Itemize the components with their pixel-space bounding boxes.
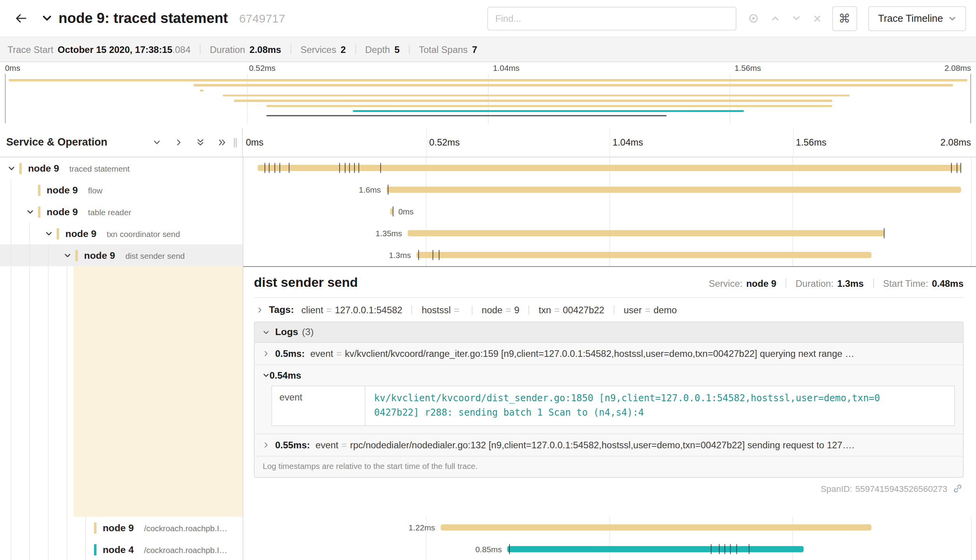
- span-row-node4-batch[interactable]: node 4 /cockroach.roachpb.I… 0.85ms: [0, 539, 976, 560]
- span-bar[interactable]: [386, 186, 961, 193]
- span-timeline-cell[interactable]: 0.85ms: [243, 539, 976, 560]
- span-id-label: SpanID:: [821, 484, 852, 494]
- equals-sign: =: [336, 348, 342, 359]
- span-color-bar: [38, 184, 40, 196]
- clear-icon[interactable]: [813, 14, 821, 23]
- indent-guide: [29, 244, 30, 266]
- chevron-down-icon[interactable]: [791, 14, 801, 23]
- divider: [412, 305, 412, 314]
- log-entry-expanded: 0.54ms event kv/kvclient/kvcoord/dist_se…: [255, 365, 963, 434]
- minimap-tick: 0ms: [5, 63, 20, 73]
- span-bar[interactable]: [257, 165, 961, 171]
- span-bar[interactable]: [507, 546, 804, 552]
- link-icon[interactable]: [953, 484, 962, 493]
- chevron-down-icon[interactable]: [26, 208, 34, 216]
- span-timeline-cell[interactable]: 1.3ms: [243, 244, 976, 266]
- span-bar[interactable]: [408, 230, 884, 236]
- indent-guide: [29, 517, 30, 539]
- column-divider: [243, 157, 243, 560]
- span-name-cell[interactable]: node 4 /cockroach.roachpb.I…: [0, 539, 243, 560]
- tags-label: Tags:: [269, 304, 294, 316]
- span-bar[interactable]: [391, 208, 393, 214]
- span-name-cell[interactable]: node 9 txn coordinator send: [0, 223, 243, 244]
- tags-accordion[interactable]: Tags: client=127.0.0.1:54582 hostssl= no…: [254, 298, 964, 322]
- services-label: Services: [300, 44, 336, 54]
- operation-name: traced statement: [69, 164, 130, 174]
- span-detail-name-column: [0, 266, 243, 517]
- span-row-txn-coordinator-send[interactable]: node 9 txn coordinator send 1.35ms: [0, 223, 976, 244]
- chevron-down-icon[interactable]: [63, 251, 72, 260]
- span-row-traced-statement[interactable]: node 9 traced statement: [0, 157, 976, 179]
- back-button[interactable]: [0, 0, 41, 37]
- span-overview: dist sender send Service: node 9 Duratio…: [254, 275, 964, 298]
- start-time-label: Start Time:: [883, 278, 928, 288]
- span-name-cell[interactable]: node 9 traced statement: [0, 157, 243, 179]
- service-name: node 9: [47, 185, 78, 195]
- keyboard-shortcuts-button[interactable]: ⌘: [832, 6, 857, 31]
- indent-guide: [11, 223, 11, 244]
- span-row-table-reader[interactable]: node 9 table reader 0ms: [0, 201, 976, 223]
- equals-sign: =: [342, 439, 347, 450]
- minimap-tick: 1.04ms: [493, 63, 520, 73]
- span-title: dist sender send: [254, 275, 358, 290]
- span-timeline-cell[interactable]: 0ms: [243, 201, 976, 223]
- chevron-down-icon[interactable]: [41, 12, 53, 24]
- span-rows-area: node 9 traced statement node 9 flow: [0, 157, 976, 560]
- find-input[interactable]: [487, 7, 736, 30]
- tag-item: user=demo: [624, 304, 677, 315]
- log-entry[interactable]: 0.55ms: event = rpc/nodedialer/nodediale…: [255, 434, 963, 456]
- span-timeline-cell[interactable]: 1.22ms: [243, 517, 976, 539]
- operation-name: table reader: [88, 208, 131, 217]
- gridline: [426, 128, 427, 157]
- tag-item: node=9: [482, 304, 520, 315]
- span-name-cell[interactable]: node 9 dist sender send: [0, 244, 243, 266]
- span-row-flow[interactable]: node 9 flow 1.6ms: [0, 179, 976, 201]
- service-label: Service:: [709, 278, 743, 288]
- column-resize-handle[interactable]: [234, 138, 240, 147]
- span-name-cell[interactable]: node 9 flow: [0, 179, 243, 201]
- divider: [529, 305, 529, 314]
- service-name: node 9: [47, 207, 78, 217]
- service-name: node 4: [103, 544, 134, 555]
- span-timeline-cell[interactable]: 1.6ms: [243, 179, 976, 201]
- service-operation-header: Service & Operation: [0, 128, 243, 157]
- minimap-canvas[interactable]: [5, 74, 971, 123]
- logs-footnote: Log timestamps are relative to the start…: [255, 456, 963, 477]
- expand-all-icon[interactable]: [218, 138, 226, 147]
- span-name-cell[interactable]: node 9 table reader: [0, 201, 243, 223]
- span-bar[interactable]: [416, 252, 871, 258]
- span-name-cell[interactable]: node 9 /cockroach.roachpb.I…: [0, 517, 243, 539]
- trace-title-group[interactable]: node 9: traced statement 6749717: [41, 10, 285, 27]
- span-meta: Service: node 9 Duration: 1.3ms Start Ti…: [709, 278, 964, 288]
- collapse-one-icon[interactable]: [153, 138, 161, 147]
- span-row-node9-batch[interactable]: node 9 /cockroach.roachpb.I… 1.22ms: [0, 517, 976, 539]
- collapse-all-icon[interactable]: [196, 138, 204, 147]
- log-entry-header[interactable]: 0.54ms: [255, 365, 963, 384]
- chevron-down-icon[interactable]: [45, 230, 53, 238]
- service-name: node 9: [103, 522, 134, 533]
- span-id-value: 5597415943526560273: [855, 484, 947, 494]
- span-timeline-cell[interactable]: 1.35ms: [243, 223, 976, 244]
- gridline: [729, 74, 730, 123]
- chevron-up-icon[interactable]: [770, 14, 780, 23]
- span-bar[interactable]: [441, 524, 871, 530]
- logs-header[interactable]: Logs (3): [255, 322, 963, 343]
- span-id-row: SpanID: 5597415943526560273: [254, 477, 964, 494]
- duration-label: Duration: [210, 44, 245, 54]
- trace-view-selector[interactable]: Trace Timeline: [868, 6, 966, 31]
- expand-one-icon[interactable]: [174, 138, 183, 147]
- top-bar: node 9: traced statement 6749717 ⌘ Trace…: [0, 0, 976, 37]
- operation-name: txn coordinator send: [107, 230, 180, 239]
- trace-timeline-page: node 9: traced statement 6749717 ⌘ Trace…: [0, 0, 976, 560]
- chevron-down-icon: [262, 329, 270, 336]
- service-value: node 9: [746, 278, 776, 288]
- page-title: node 9: traced statement: [58, 10, 228, 27]
- chevron-down-icon[interactable]: [7, 164, 16, 172]
- span-row-dist-sender-send[interactable]: node 9 dist sender send 1.3ms: [0, 244, 976, 266]
- span-color-bar: [56, 228, 59, 239]
- collapser-controls: [153, 138, 227, 147]
- span-timeline-cell[interactable]: [243, 157, 976, 179]
- locate-icon[interactable]: [748, 13, 759, 24]
- log-entry[interactable]: 0.5ms: event = kv/kvclient/kvcoord/range…: [255, 343, 963, 365]
- indent-guide: [48, 539, 49, 560]
